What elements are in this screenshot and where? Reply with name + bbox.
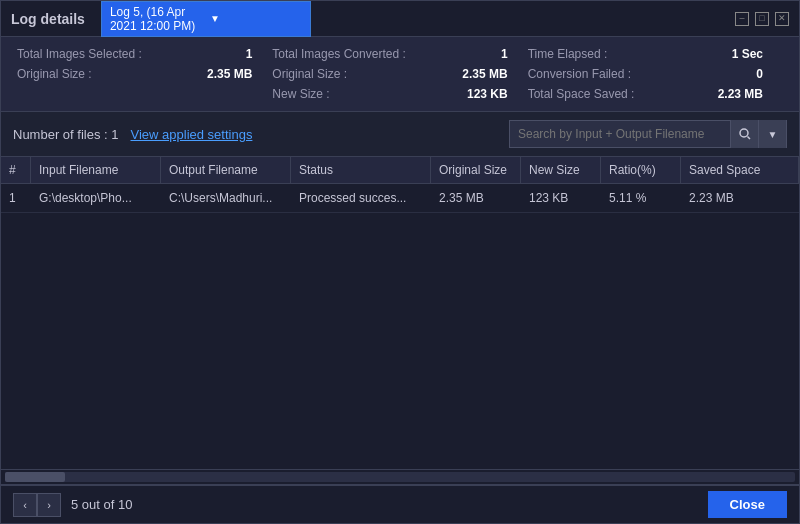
col-header-output: Output Filename	[161, 157, 291, 183]
view-settings-link[interactable]: View applied settings	[131, 127, 253, 142]
svg-line-1	[747, 137, 750, 140]
cell-saved-space: 2.23 MB	[681, 184, 799, 212]
search-container: ▼	[509, 120, 787, 148]
search-input[interactable]	[510, 127, 730, 141]
log-details-window: Log details Log 5, (16 Apr 2021 12:00 PM…	[0, 0, 800, 524]
close-button[interactable]: Close	[708, 491, 787, 518]
stat-value-total-converted: 1	[501, 47, 528, 61]
stat-label-total-images: Total Images Selected :	[17, 47, 142, 61]
cell-ratio: 5.11 %	[601, 184, 681, 212]
stat-row-total-converted: Total Images Converted : 1	[272, 47, 527, 61]
col-header-new-size: New Size	[521, 157, 601, 183]
scrollbar-track[interactable]	[5, 472, 795, 482]
table-container: # Input Filename Output Filename Status …	[1, 157, 799, 469]
stat-label-total-saved: Total Space Saved :	[528, 87, 635, 101]
cell-status: Processed succes...	[291, 184, 431, 212]
stat-label-orig-size-2: Original Size :	[272, 67, 347, 81]
cell-orig-size: 2.35 MB	[431, 184, 521, 212]
stat-row-total-images: Total Images Selected : 1	[17, 47, 272, 61]
stat-value-new-size: 123 KB	[467, 87, 528, 101]
stat-row-conv-failed: Conversion Failed : 0	[528, 67, 783, 81]
stats-col-3: Time Elapsed : 1 Sec Conversion Failed :…	[528, 47, 783, 101]
stat-label-time-elapsed: Time Elapsed :	[528, 47, 608, 61]
col-header-num: #	[1, 157, 31, 183]
col-header-input: Input Filename	[31, 157, 161, 183]
stat-row-orig-size-2: Original Size : 2.35 MB	[272, 67, 527, 81]
page-info: 5 out of 10	[71, 497, 132, 512]
cell-num: 1	[1, 184, 31, 212]
svg-point-0	[740, 129, 748, 137]
stat-label-new-size: New Size :	[272, 87, 329, 101]
stat-label-orig-size-1: Original Size :	[17, 67, 92, 81]
window-controls: – □ ✕	[735, 12, 789, 26]
stats-section: Total Images Selected : 1 Original Size …	[1, 37, 799, 112]
cell-new-size: 123 KB	[521, 184, 601, 212]
close-window-button[interactable]: ✕	[775, 12, 789, 26]
log-dropdown-value: Log 5, (16 Apr 2021 12:00 PM)	[110, 5, 202, 33]
col-header-saved-space: Saved Space	[681, 157, 799, 183]
prev-page-button[interactable]: ‹	[13, 493, 37, 517]
stat-value-conv-failed: 0	[756, 67, 783, 81]
stat-label-conv-failed: Conversion Failed :	[528, 67, 631, 81]
stat-label-total-converted: Total Images Converted :	[272, 47, 405, 61]
horizontal-scrollbar[interactable]	[1, 469, 799, 485]
stat-value-total-saved: 2.23 MB	[718, 87, 783, 101]
files-count-label: Number of files : 1	[13, 127, 119, 142]
footer: ‹ › 5 out of 10 Close	[1, 485, 799, 523]
scrollbar-thumb[interactable]	[5, 472, 65, 482]
toolbar: Number of files : 1 View applied setting…	[1, 112, 799, 157]
stat-row-total-saved: Total Space Saved : 2.23 MB	[528, 87, 783, 101]
search-button[interactable]	[730, 120, 758, 148]
stat-row-new-size: New Size : 123 KB	[272, 87, 527, 101]
cell-input: G:\desktop\Pho...	[31, 184, 161, 212]
table-row[interactable]: 1 G:\desktop\Pho... C:\Users\Madhuri... …	[1, 184, 799, 213]
search-icon	[739, 128, 751, 140]
minimize-button[interactable]: –	[735, 12, 749, 26]
stat-value-total-images: 1	[246, 47, 273, 61]
chevron-down-icon: ▼	[210, 13, 302, 24]
stats-col-2: Total Images Converted : 1 Original Size…	[272, 47, 527, 101]
stat-row-orig-size-1: Original Size : 2.35 MB	[17, 67, 272, 81]
title-bar: Log details Log 5, (16 Apr 2021 12:00 PM…	[1, 1, 799, 37]
col-header-orig-size: Original Size	[431, 157, 521, 183]
maximize-button[interactable]: □	[755, 12, 769, 26]
search-dropdown-button[interactable]: ▼	[758, 120, 786, 148]
col-header-status: Status	[291, 157, 431, 183]
stat-value-orig-size-2: 2.35 MB	[462, 67, 527, 81]
next-page-button[interactable]: ›	[37, 493, 61, 517]
table-body: 1 G:\desktop\Pho... C:\Users\Madhuri... …	[1, 184, 799, 469]
col-header-ratio: Ratio(%)	[601, 157, 681, 183]
window-title: Log details	[11, 11, 85, 27]
stat-value-time-elapsed: 1 Sec	[732, 47, 783, 61]
stats-col-1: Total Images Selected : 1 Original Size …	[17, 47, 272, 101]
stat-value-orig-size-1: 2.35 MB	[207, 67, 272, 81]
log-dropdown[interactable]: Log 5, (16 Apr 2021 12:00 PM) ▼	[101, 1, 311, 37]
table-header: # Input Filename Output Filename Status …	[1, 157, 799, 184]
stat-row-time-elapsed: Time Elapsed : 1 Sec	[528, 47, 783, 61]
cell-output: C:\Users\Madhuri...	[161, 184, 291, 212]
